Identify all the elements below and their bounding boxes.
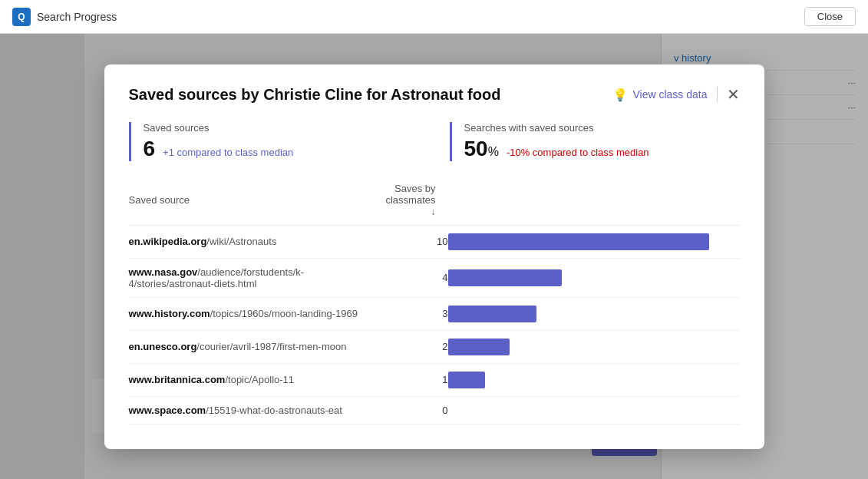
source-path: /topic/Apollo-11	[225, 374, 294, 385]
table-row: en.unesco.org/courier/avril-1987/first-m…	[129, 330, 740, 363]
classmates-bar	[448, 269, 562, 286]
source-path: /courier/avril-1987/first-men-moon	[196, 341, 346, 352]
count-cell: 4	[385, 258, 447, 297]
sort-desc-icon: ↓	[431, 206, 436, 217]
count-cell: 10	[385, 225, 447, 258]
bar-cell	[448, 330, 740, 363]
bar-cell	[448, 225, 740, 258]
header-divider	[717, 87, 718, 102]
topbar-close-button[interactable]: Close	[804, 7, 856, 26]
bar-container	[448, 339, 740, 355]
app-title: Search Progress	[37, 11, 117, 23]
classmates-bar	[448, 233, 709, 250]
view-class-data-label: View class data	[632, 88, 707, 101]
col-saves-header: Saves by classmates ↓	[385, 183, 447, 226]
stats-row: Saved sources 6 +1 compared to class med…	[129, 122, 740, 161]
table-row: www.nasa.gov/audience/forstudents/k-4/st…	[129, 258, 740, 297]
source-cell: en.unesco.org/courier/avril-1987/first-m…	[129, 330, 386, 363]
modal-overlay: Saved sources by Christie Cline for Astr…	[0, 34, 868, 479]
searches-saved-compare: -10% compared to class median	[507, 147, 649, 158]
source-path: /15519-what-do-astronauts-eat	[206, 405, 342, 416]
searches-saved-label: Searches with saved sources	[464, 122, 740, 134]
source-domain: www.nasa.gov	[129, 266, 198, 278]
source-domain: www.britannica.com	[129, 374, 226, 385]
source-domain: www.history.com	[129, 308, 210, 319]
modal-close-button[interactable]: ✕	[727, 87, 740, 102]
app-icon: Q	[12, 8, 31, 26]
classmates-bar	[448, 372, 485, 388]
view-class-data-link[interactable]: 💡 View class data	[612, 88, 707, 102]
col-bar-header	[448, 183, 740, 226]
modal-dialog: Saved sources by Christie Cline for Astr…	[104, 64, 764, 449]
source-path: /topics/1960s/moon-landing-1969	[210, 308, 358, 319]
table-row: en.wikipedia.org/wiki/Astronauts10	[129, 225, 740, 258]
count-cell: 2	[385, 330, 447, 363]
bar-cell	[448, 363, 740, 396]
bar-cell	[448, 297, 740, 330]
searches-saved-value-row: 50% -10% compared to class median	[464, 137, 740, 161]
bar-container	[448, 233, 740, 250]
saved-sources-value-row: 6 +1 compared to class median	[144, 137, 419, 161]
source-path: /wiki/Astronauts	[206, 236, 276, 247]
source-cell: www.history.com/topics/1960s/moon-landin…	[129, 297, 386, 330]
count-cell: 0	[385, 396, 447, 424]
bar-cell	[448, 396, 740, 424]
source-cell: en.wikipedia.org/wiki/Astronauts	[129, 225, 386, 258]
count-cell: 3	[385, 297, 447, 330]
sources-table: Saved source Saves by classmates ↓ en.wi…	[129, 183, 740, 424]
saved-sources-compare: +1 compared to class median	[163, 147, 293, 158]
table-row: www.history.com/topics/1960s/moon-landin…	[129, 297, 740, 330]
app-brand: Q Search Progress	[12, 8, 117, 26]
bar-cell	[448, 258, 740, 297]
searches-saved-number: 50%	[464, 137, 499, 161]
modal-header: Saved sources by Christie Cline for Astr…	[129, 86, 740, 104]
bar-container	[448, 372, 740, 388]
top-bar: Q Search Progress Close	[0, 0, 868, 34]
classmates-bar	[448, 339, 510, 355]
col-source-header: Saved source	[129, 183, 386, 226]
source-cell: www.nasa.gov/audience/forstudents/k-4/st…	[129, 258, 386, 297]
classmates-bar	[448, 306, 536, 322]
lightbulb-icon: 💡	[612, 88, 628, 102]
source-domain: en.wikipedia.org	[129, 236, 207, 247]
saved-sources-stat: Saved sources 6 +1 compared to class med…	[129, 122, 419, 161]
source-cell: www.britannica.com/topic/Apollo-11	[129, 363, 386, 396]
table-row: www.britannica.com/topic/Apollo-111	[129, 363, 740, 396]
count-cell: 1	[385, 363, 447, 396]
source-cell: www.space.com/15519-what-do-astronauts-e…	[129, 396, 386, 424]
searches-saved-stat: Searches with saved sources 50% -10% com…	[450, 122, 740, 161]
saved-sources-label: Saved sources	[144, 122, 419, 134]
table-row: www.space.com/15519-what-do-astronauts-e…	[129, 396, 740, 424]
bar-container	[448, 306, 740, 322]
app-icon-letter: Q	[18, 12, 25, 22]
source-domain: en.unesco.org	[129, 341, 197, 352]
modal-header-actions: 💡 View class data ✕	[612, 87, 739, 102]
saved-sources-number: 6	[144, 137, 156, 161]
source-domain: www.space.com	[129, 405, 206, 416]
bar-container	[448, 269, 740, 286]
modal-title: Saved sources by Christie Cline for Astr…	[129, 86, 501, 104]
